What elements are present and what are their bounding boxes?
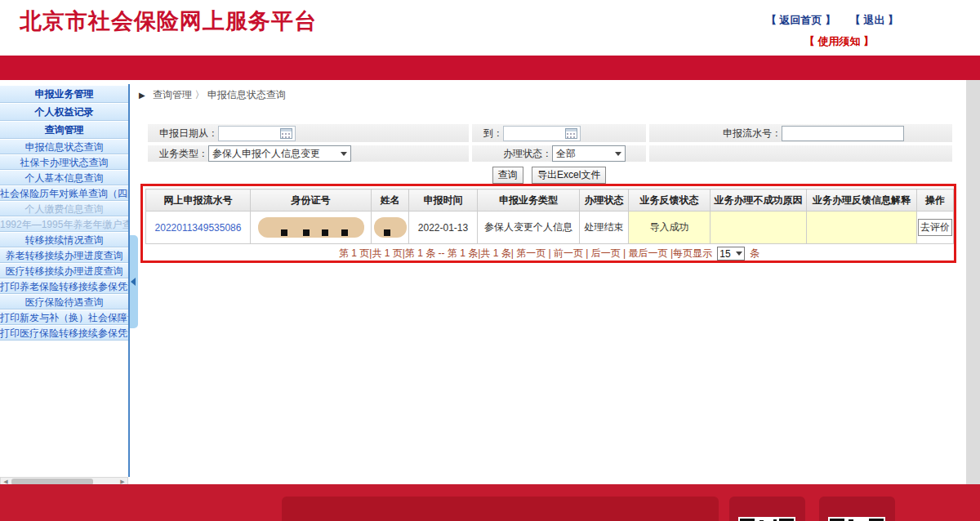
sidebar-item-query-management[interactable]: 查询管理 — [0, 121, 128, 139]
col-header-apply-time: 申报时间 — [409, 189, 478, 212]
table-row: 2022011349535086 2022-01-13 参保人变更个人信息 处理… — [146, 212, 954, 244]
status-select[interactable]: 全部 — [552, 145, 626, 162]
sidebar-item-transfer-status-query[interactable]: 转移接续情况查询 — [0, 232, 128, 247]
feedback-info-cell — [807, 212, 917, 244]
page-title: 北京市社会保险网上服务平台 — [20, 7, 317, 36]
biz-type-selected-value: 参保人申报个人信息变更 — [212, 147, 320, 161]
sidebar-item-social-card-status[interactable]: 社保卡办理状态查询 — [0, 154, 128, 170]
status-value-cell: 处理结束 — [580, 212, 629, 244]
breadcrumb: ▶ 查询管理 〉 申报信息状态查询 — [139, 88, 286, 102]
feedback-status-cell: 导入成功 — [629, 212, 710, 244]
id-number-redaction — [258, 217, 364, 238]
sidebar-item-annual-statement-query[interactable]: 社会保险历年对账单查询（四险） — [0, 185, 128, 201]
status-label: 办理状态： — [503, 147, 552, 161]
date-to-input[interactable] — [503, 126, 581, 141]
usage-notice-link[interactable]: 【 使用须知 】 — [804, 34, 874, 49]
biz-type-value-cell: 参保人变更个人信息 — [478, 212, 580, 244]
date-from-label: 申报日期从： — [159, 127, 218, 140]
pagination-info: 第 1 页|共 1 页|第 1 条 -- 第 1 条|共 1 条| — [339, 247, 514, 259]
col-header-status: 办理状态 — [580, 189, 629, 212]
col-header-action: 操作 — [917, 189, 954, 212]
button-row: 查询 导出Excel文件 — [145, 167, 953, 184]
prev-page-link[interactable]: 前一页 — [554, 247, 583, 259]
calendar-icon[interactable] — [280, 128, 292, 139]
page: 北京市社会保险网上服务平台 【 返回首页 】 【 退出 】 【 使用须知 】 申… — [0, 0, 980, 521]
sidebar-item-1992-1995-query[interactable]: 1992年—1995年养老年缴户查询 — [0, 216, 128, 232]
calendar-icon[interactable] — [565, 128, 577, 139]
biz-type-select[interactable]: 参保人申报个人信息变更 — [208, 145, 351, 162]
serial-cell: 申报流水号： — [648, 123, 953, 143]
col-header-biz-type: 申报业务类型 — [478, 189, 580, 212]
sidebar-item-declare-management[interactable]: 申报业务管理 — [0, 85, 128, 103]
date-to-cell: 到： — [471, 123, 647, 143]
sidebar-item-print-medical-transfer-cert[interactable]: 打印医疗保险转移接续参保凭证 — [0, 325, 128, 341]
sidebar-item-pension-transfer-progress[interactable]: 养老转移接续办理进度查询 — [0, 247, 128, 263]
apply-time-cell: 2022-01-13 — [409, 212, 478, 244]
sidebar-item-medical-transfer-progress[interactable]: 医疗转移接续办理进度查询 — [0, 263, 128, 278]
col-header-fail-reason: 业务办理不成功原因 — [710, 189, 807, 212]
per-page-select[interactable]: 15 — [717, 247, 744, 260]
sidebar-item-payment-info-query[interactable]: 个人缴费信息查询 — [0, 201, 128, 216]
footer-links-panel: 关于我们 法律声明 网站地图 建议征集 — [282, 497, 719, 521]
sidebar-item-personal-rights[interactable]: 个人权益记录 — [0, 103, 128, 121]
col-header-id-number: 身份证号 — [251, 189, 372, 212]
pagination-separator: | — [621, 247, 629, 259]
per-page-suffix: 条 — [750, 247, 760, 259]
first-page-link[interactable]: 第一页 — [516, 247, 546, 259]
name-cell — [372, 212, 409, 244]
results-table: 网上申报流水号 身份证号 姓名 申报时间 申报业务类型 办理状态 业务反馈状态 … — [145, 189, 954, 244]
col-header-feedback-status: 业务反馈状态 — [629, 189, 710, 212]
biz-type-cell: 业务类型： 参保人申报个人信息变更 — [147, 145, 470, 163]
query-button[interactable]: 查询 — [492, 167, 523, 184]
form-empty-cell — [648, 145, 953, 163]
sidebar: 申报业务管理 个人权益记录 查询管理 申报信息状态查询 社保卡办理状态查询 个人… — [0, 85, 128, 341]
pagination-separator: | — [546, 247, 554, 259]
col-header-name: 姓名 — [372, 189, 409, 212]
right-gray-strip — [966, 80, 980, 484]
sidebar-item-print-card-receipt[interactable]: 打印新发与补（换）社会保障卡领取凭证 — [0, 309, 128, 325]
date-from-input[interactable] — [218, 126, 296, 141]
qr-panel-right — [819, 497, 895, 521]
serial-input[interactable] — [782, 126, 904, 141]
sidebar-item-medical-benefit-query[interactable]: 医疗保险待遇查询 — [0, 294, 128, 309]
collapse-left-triangle-icon — [131, 278, 136, 286]
sidebar-item-print-pension-transfer-cert[interactable]: 打印养老保险转移接续参保凭证 — [0, 278, 128, 294]
export-excel-button[interactable]: 导出Excel文件 — [532, 167, 606, 184]
chevron-down-icon — [615, 152, 621, 156]
per-page-label: |每页显示 — [670, 247, 712, 259]
fail-reason-cell — [710, 212, 807, 244]
status-selected-value: 全部 — [556, 147, 576, 161]
qr-panel-left — [729, 497, 805, 521]
col-header-serial: 网上申报流水号 — [146, 189, 251, 212]
home-link[interactable]: 【 返回首页 】 — [766, 14, 835, 26]
next-page-link[interactable]: 后一页 — [591, 247, 621, 259]
table-header-row: 网上申报流水号 身份证号 姓名 申报时间 申报业务类型 办理状态 业务反馈状态 … — [146, 189, 954, 212]
header-links: 【 返回首页 】 【 退出 】 — [755, 13, 898, 28]
name-redaction — [374, 217, 407, 238]
evaluate-button[interactable]: 去评价 — [918, 219, 952, 236]
chevron-down-icon — [736, 252, 742, 256]
logout-link[interactable]: 【 退出 】 — [850, 14, 898, 26]
serial-number-link[interactable]: 2022011349535086 — [155, 222, 242, 234]
date-to-label: 到： — [483, 127, 503, 140]
footer: 关于我们 法律声明 网站地图 建议征集 — [0, 484, 980, 521]
sidebar-item-declare-status-query[interactable]: 申报信息状态查询 — [0, 139, 128, 154]
chevron-down-icon — [341, 152, 347, 156]
pagination: 第 1 页|共 1 页|第 1 条 -- 第 1 条|共 1 条| 第一页 | … — [145, 247, 953, 260]
biz-type-label: 业务类型： — [159, 147, 208, 161]
breadcrumb-text: 查询管理 〉 申报信息状态查询 — [153, 89, 286, 100]
qr-code-image — [738, 517, 795, 521]
status-cell: 办理状态： 全部 — [471, 145, 647, 163]
serial-label: 申报流水号： — [723, 127, 782, 140]
sidebar-item-basic-info-query[interactable]: 个人基本信息查询 — [0, 170, 128, 185]
pagination-separator: | — [583, 247, 591, 259]
last-page-link[interactable]: 最后一页 — [629, 247, 668, 259]
sidebar-collapse-handle[interactable] — [130, 235, 138, 328]
per-page-selected-value: 15 — [719, 248, 730, 260]
qr-code-image — [828, 517, 885, 521]
breadcrumb-arrow-icon: ▶ — [139, 91, 145, 100]
header-red-band — [0, 56, 980, 80]
id-number-cell — [251, 212, 372, 244]
date-from-cell: 申报日期从： — [147, 123, 470, 143]
col-header-feedback-info: 业务办理反馈信息解释 — [807, 189, 917, 212]
